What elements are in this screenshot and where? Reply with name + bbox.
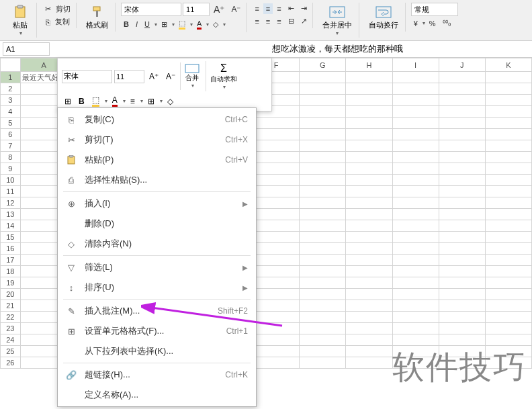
orientation-icon[interactable]: ↗	[298, 15, 310, 27]
mini-font-select[interactable]	[62, 70, 112, 83]
formula-content[interactable]: 想吃冰激凌，每天都想吃的那种哦	[54, 43, 529, 55]
col-head-G[interactable]: G	[300, 58, 346, 72]
row-head[interactable]: 16	[1, 243, 21, 255]
font-size-select[interactable]	[183, 3, 210, 16]
menu-insert[interactable]: ⊕ 插入(I) ▶	[58, 193, 256, 214]
comma-icon[interactable]: ⁰⁰₀	[440, 17, 453, 29]
row-head[interactable]: 1	[1, 72, 21, 83]
row-head[interactable]: 14	[1, 220, 21, 232]
currency-icon[interactable]: ¥	[411, 18, 420, 29]
col-head-I[interactable]: I	[392, 58, 439, 72]
mini-align-button[interactable]: ≡	[128, 95, 138, 107]
menu-sort[interactable]: ↕ 排序(U) ▶	[58, 277, 256, 298]
menu-copy[interactable]: ⎘ 复制(C) Ctrl+C	[58, 109, 256, 130]
comment-icon: ✎	[64, 306, 78, 316]
align-top-icon[interactable]: ≡	[252, 3, 261, 14]
increase-font-icon[interactable]: A⁺	[211, 3, 227, 16]
row-head[interactable]: 2	[1, 83, 21, 95]
percent-icon[interactable]: %	[427, 18, 439, 29]
cut-button[interactable]: ✂ 剪切	[42, 3, 73, 15]
menu-clear[interactable]: ◇ 清除内容(N)	[58, 234, 256, 254]
menu-separator	[63, 191, 251, 192]
border-button[interactable]: ⊞	[159, 19, 170, 30]
menu-cut[interactable]: ✂ 剪切(T) Ctrl+X	[58, 130, 256, 150]
row-head[interactable]: 12	[1, 197, 21, 209]
paste-button[interactable]: 粘贴▾	[7, 3, 34, 38]
col-head-J[interactable]: J	[439, 58, 485, 72]
row-head[interactable]: 13	[1, 209, 21, 220]
mini-border-button[interactable]: ⊞	[145, 95, 157, 107]
mini-merge-button[interactable]: 合并▾	[180, 62, 204, 90]
mini-fill-button[interactable]: ⬚	[89, 94, 102, 108]
brush-icon	[88, 4, 107, 20]
underline-button[interactable]: U	[142, 19, 152, 30]
row-head[interactable]: 19	[1, 277, 21, 289]
paste-icon	[11, 4, 30, 20]
menu-hyperlink[interactable]: 🔗 超链接(H)... Ctrl+K	[58, 365, 256, 385]
align-left-icon[interactable]: ≡	[252, 16, 261, 27]
row-head[interactable]: 17	[1, 255, 21, 266]
italic-button[interactable]: I	[133, 19, 140, 30]
mini-size-select[interactable]	[114, 70, 144, 83]
mini-autosum-button[interactable]: Σ自动求和▾	[206, 61, 241, 91]
decrease-indent-icon[interactable]: ⇤	[285, 3, 297, 14]
menu-define-name[interactable]: 定义名称(A)...	[58, 385, 256, 405]
row-head[interactable]: 23	[1, 323, 21, 334]
svg-rect-1	[17, 5, 23, 8]
font-color-button[interactable]: A	[194, 18, 204, 31]
row-head[interactable]: 21	[1, 300, 21, 312]
row-head[interactable]: 11	[1, 186, 21, 197]
mini-format-icon[interactable]: ⊞	[62, 95, 74, 107]
row-head[interactable]: 24	[1, 334, 21, 346]
row-head[interactable]: 26	[1, 357, 21, 369]
font-name-select[interactable]	[121, 3, 181, 16]
row-head[interactable]: 6	[1, 129, 21, 140]
number-format-select[interactable]	[411, 3, 458, 16]
row-head[interactable]: 15	[1, 232, 21, 243]
row-head[interactable]: 20	[1, 289, 21, 300]
menu-paste-special[interactable]: ⎙ 选择性粘贴(S)...	[58, 170, 256, 190]
row-head[interactable]: 3	[1, 95, 21, 106]
increase-indent-icon[interactable]: ⇥	[298, 3, 310, 14]
row-head[interactable]: 9	[1, 163, 21, 175]
menu-insert-comment[interactable]: ✎ 插入批注(M)... Shift+F2	[58, 301, 256, 321]
scissors-icon: ✂	[45, 5, 51, 13]
row-head[interactable]: 4	[1, 106, 21, 118]
row-head[interactable]: 10	[1, 175, 21, 186]
align-middle-icon[interactable]: ≡	[263, 3, 273, 14]
merge-split-icon[interactable]: ⊟	[285, 15, 297, 27]
submenu-arrow-icon: ▶	[242, 284, 248, 291]
bold-button[interactable]: B	[121, 19, 132, 30]
select-all-corner[interactable]	[1, 58, 21, 72]
col-head-K[interactable]: K	[485, 58, 531, 72]
align-right-icon[interactable]: ≡	[274, 16, 283, 27]
merge-center-button[interactable]: 合并居中▾	[318, 3, 356, 38]
eraser-icon: ◇	[64, 239, 78, 249]
fill-color-button[interactable]: ⬚	[176, 17, 188, 31]
decrease-font-icon[interactable]: A⁻	[228, 3, 243, 15]
menu-paste[interactable]: 粘贴(P) Ctrl+V	[58, 150, 256, 170]
mini-increase-font-icon[interactable]: A⁺	[146, 71, 161, 83]
align-bottom-icon[interactable]: ≡	[274, 3, 283, 14]
name-box[interactable]	[3, 42, 50, 56]
mini-decrease-font-icon[interactable]: A⁻	[163, 71, 178, 83]
row-head[interactable]: 7	[1, 140, 21, 152]
menu-format-cells[interactable]: ⊞ 设置单元格格式(F)... Ctrl+1	[58, 321, 256, 341]
mini-format-cell-icon[interactable]: ◇	[165, 95, 176, 107]
menu-filter[interactable]: ▽ 筛选(L) ▶	[58, 257, 256, 277]
row-head[interactable]: 25	[1, 346, 21, 357]
row-head[interactable]: 18	[1, 266, 21, 277]
clear-format-button[interactable]: ◇	[210, 19, 221, 30]
mini-fontcolor-button[interactable]: A	[109, 94, 120, 108]
row-head[interactable]: 8	[1, 152, 21, 163]
menu-delete[interactable]: 删除(D)	[58, 214, 256, 234]
wrap-text-button[interactable]: 自动换行	[365, 3, 402, 32]
copy-button[interactable]: ⎘ 复制	[43, 15, 73, 28]
row-head[interactable]: 5	[1, 118, 21, 129]
col-head-H[interactable]: H	[346, 58, 392, 72]
mini-bold-button[interactable]: B	[76, 95, 87, 107]
menu-pick-from-list[interactable]: 从下拉列表中选择(K)...	[58, 341, 256, 361]
row-head[interactable]: 22	[1, 312, 21, 323]
align-center-icon[interactable]: ≡	[263, 16, 273, 27]
format-painter-button[interactable]: 格式刷	[82, 3, 112, 32]
